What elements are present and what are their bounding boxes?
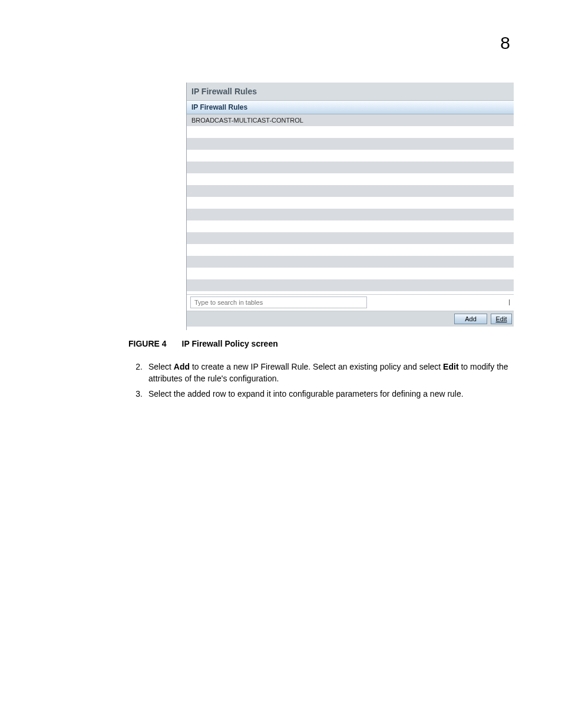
table-row[interactable] (187, 185, 514, 197)
search-input[interactable] (190, 297, 367, 308)
step-text: Select (148, 362, 174, 371)
table-row[interactable] (187, 256, 514, 268)
step-bold: Add (174, 362, 190, 371)
step-number: 3. (128, 388, 145, 400)
step-number: 2. (128, 361, 145, 385)
figure-label: FIGURE 4 (128, 339, 167, 348)
table-row[interactable] (187, 197, 514, 209)
panel-title: IP Firewall Rules (187, 83, 514, 101)
step-text: to create a new IP Firewall Rule. Select… (190, 362, 443, 371)
table-row[interactable] (187, 279, 514, 291)
table-row[interactable]: BROADCAST-MULTICAST-CONTROL (187, 114, 514, 126)
firewall-rules-panel: IP Firewall Rules IP Firewall Rules BROA… (186, 83, 514, 330)
step-content: Select the added row to expand it into c… (145, 388, 517, 400)
table-row[interactable] (187, 244, 514, 256)
search-bar: | (187, 295, 514, 311)
table-row[interactable] (187, 138, 514, 150)
figure-caption-text: IP Firewall Policy screen (182, 339, 278, 348)
table-row[interactable] (187, 232, 514, 244)
table-row[interactable] (187, 173, 514, 185)
rules-table-body: BROADCAST-MULTICAST-CONTROL (187, 114, 514, 295)
table-row[interactable] (187, 268, 514, 279)
page-number: 8 (500, 33, 510, 53)
table-row[interactable] (187, 150, 514, 162)
instruction-step-3: 3. Select the added row to expand it int… (128, 388, 517, 400)
row-count-indicator: | (508, 298, 510, 305)
table-row[interactable] (187, 162, 514, 173)
table-row[interactable] (187, 126, 514, 138)
edit-button[interactable]: Edit (491, 314, 512, 324)
step-content: Select Add to create a new IP Firewall R… (145, 361, 517, 385)
table-row[interactable] (187, 220, 514, 232)
step-bold: Edit (443, 362, 458, 371)
instruction-step-2: 2. Select Add to create a new IP Firewal… (128, 361, 517, 385)
figure-caption: FIGURE 4IP Firewall Policy screen (128, 339, 511, 348)
button-bar: Add Edit (187, 311, 514, 327)
table-row[interactable] (187, 209, 514, 220)
column-header[interactable]: IP Firewall Rules (187, 101, 514, 114)
add-button[interactable]: Add (454, 314, 487, 324)
